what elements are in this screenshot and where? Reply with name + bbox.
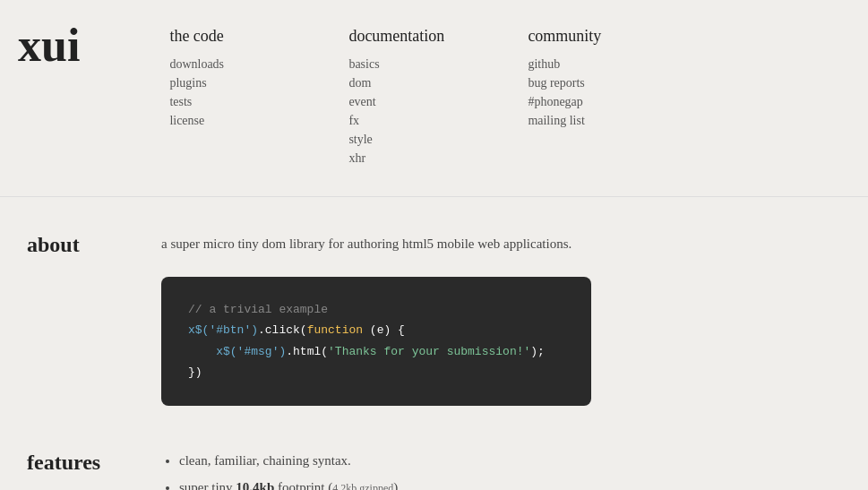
code-example: // a trivial example x$('#btn').click(fu… xyxy=(161,277,591,406)
nav-link-mailing-list[interactable]: mailing list xyxy=(528,114,584,127)
code-comment-text: // a trivial example xyxy=(188,303,328,316)
code-method-2: .html( xyxy=(286,345,328,358)
nav-link-dom[interactable]: dom xyxy=(348,76,371,90)
list-item[interactable]: basics xyxy=(348,56,528,72)
code-close: }) xyxy=(188,365,202,379)
code-selector-1: x$('#btn') xyxy=(188,323,258,337)
nav-link-license[interactable]: license xyxy=(169,114,204,127)
nav-column-community: community github bug reports #phonegap m… xyxy=(528,27,707,169)
nav-heading-code: the code xyxy=(169,27,348,46)
feature-bold-2: 10.4kb xyxy=(236,480,274,490)
list-item[interactable]: fx xyxy=(348,113,528,128)
nav-link-xhr[interactable]: xhr xyxy=(348,151,365,165)
nav-link-phonegap[interactable]: #phonegap xyxy=(528,95,582,108)
list-item[interactable]: style xyxy=(348,132,528,147)
code-line-2: x$('#msg').html('Thanks for your submiss… xyxy=(188,341,564,362)
feature-item-2: super tiny 10.4kb footprint (4.2kb gzipp… xyxy=(179,477,841,490)
feature-text-2-end: ). xyxy=(393,480,401,490)
nav-heading-docs: documentation xyxy=(348,27,528,46)
list-item[interactable]: event xyxy=(348,94,528,109)
features-label: features xyxy=(27,451,161,490)
list-item[interactable]: downloads xyxy=(169,56,348,72)
code-method-1: .click( xyxy=(258,323,307,337)
nav-link-downloads[interactable]: downloads xyxy=(169,57,224,71)
main-nav: the code downloads plugins tests license… xyxy=(169,27,707,169)
code-selector-2: x$('#msg') xyxy=(216,345,286,358)
nav-link-bug-reports[interactable]: bug reports xyxy=(528,76,584,90)
nav-link-github[interactable]: github xyxy=(528,57,560,71)
logo: xui xyxy=(18,22,80,69)
nav-link-basics[interactable]: basics xyxy=(348,57,379,71)
list-item[interactable]: #phonegap xyxy=(528,94,707,109)
features-content: clean, familiar, chaining syntax. super … xyxy=(161,451,841,490)
main-content: about a super micro tiny dom library for… xyxy=(0,197,868,490)
about-label: about xyxy=(27,233,161,406)
about-section: about a super micro tiny dom library for… xyxy=(27,215,841,406)
about-content: a super micro tiny dom library for autho… xyxy=(161,233,841,406)
nav-link-style[interactable]: style xyxy=(348,133,372,146)
code-param-1: (e) { xyxy=(363,323,405,337)
nav-link-tests[interactable]: tests xyxy=(169,95,192,108)
code-line-comment: // a trivial example xyxy=(188,299,564,320)
list-item[interactable]: github xyxy=(528,56,707,72)
list-item[interactable]: tests xyxy=(169,94,348,109)
code-indent xyxy=(188,345,216,358)
feature-text-1: clean, familiar, chaining syntax. xyxy=(179,453,351,468)
code-keyword-1: function xyxy=(307,323,363,337)
list-item[interactable]: plugins xyxy=(169,75,348,90)
list-item[interactable]: xhr xyxy=(348,150,528,166)
code-string-2: 'Thanks for your submission!' xyxy=(328,345,530,358)
list-item[interactable]: dom xyxy=(348,75,528,90)
code-end-2: ); xyxy=(530,345,545,358)
features-section: features clean, familiar, chaining synta… xyxy=(27,433,841,490)
code-line-1: x$('#btn').click(function (e) { xyxy=(188,320,564,340)
nav-link-fx[interactable]: fx xyxy=(348,114,359,127)
feature-text-2-post: footprint ( xyxy=(274,480,332,490)
nav-column-code: the code downloads plugins tests license xyxy=(169,27,348,169)
list-item[interactable]: mailing list xyxy=(528,113,707,128)
feature-text-2-pre: super tiny xyxy=(179,480,236,490)
code-line-3: }) xyxy=(188,362,564,383)
nav-heading-community: community xyxy=(528,27,707,46)
feature-item-1: clean, familiar, chaining syntax. xyxy=(179,451,841,471)
feature-small-2: 4.2kb gzipped xyxy=(332,482,393,490)
nav-column-docs: documentation basics dom event fx style … xyxy=(348,27,528,169)
features-list: clean, familiar, chaining syntax. super … xyxy=(161,451,841,490)
list-item[interactable]: bug reports xyxy=(528,75,707,90)
list-item[interactable]: license xyxy=(169,113,348,128)
nav-link-event[interactable]: event xyxy=(348,95,375,108)
nav-link-plugins[interactable]: plugins xyxy=(169,76,206,90)
about-description: a super micro tiny dom library for autho… xyxy=(161,233,841,254)
